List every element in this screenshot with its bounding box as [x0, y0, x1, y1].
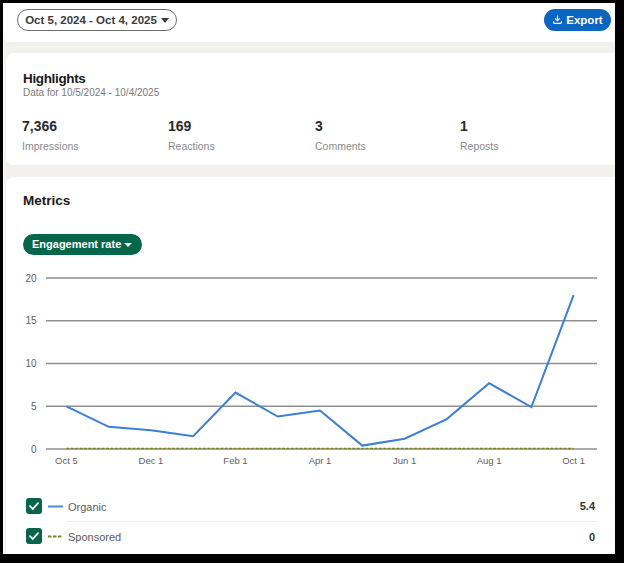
svg-text:Aug 1: Aug 1 — [477, 455, 502, 466]
svg-text:Oct 1: Oct 1 — [562, 455, 585, 466]
svg-text:Apr 1: Apr 1 — [309, 455, 332, 466]
svg-text:0: 0 — [31, 444, 37, 455]
svg-text:15: 15 — [25, 315, 37, 326]
svg-text:Jun 1: Jun 1 — [393, 455, 416, 466]
svg-text:Oct 5: Oct 5 — [55, 455, 78, 466]
svg-text:Dec 1: Dec 1 — [139, 455, 164, 466]
svg-text:5: 5 — [31, 401, 37, 412]
svg-text:20: 20 — [25, 273, 37, 284]
svg-text:Feb 1: Feb 1 — [223, 455, 247, 466]
svg-text:10: 10 — [25, 358, 37, 369]
